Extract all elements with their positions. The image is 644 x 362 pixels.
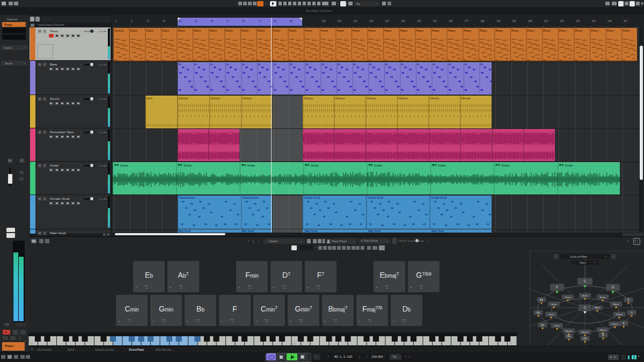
svg-text:Piano: Piano [559, 29, 567, 32]
svg-text:Piano: Piano [432, 29, 440, 32]
svg-text:F♯min: F♯min [616, 313, 623, 316]
svg-text:Guitar: Guitar [247, 164, 255, 167]
svg-text:C4: C4 [292, 343, 295, 345]
svg-text:Chorus: Chorus [461, 97, 471, 100]
svg-text:Ba: Ba [449, 63, 451, 66]
svg-text:C: C [584, 306, 587, 309]
svg-text:Ba: Ba [480, 63, 483, 66]
svg-text:Guitar: Guitar [438, 164, 446, 167]
svg-text:Guitar: Guitar [565, 164, 573, 167]
svg-text:Fmin: Fmin [554, 324, 560, 327]
svg-text:Piano: Piano [241, 29, 249, 32]
svg-text:Piano: Piano [591, 29, 598, 32]
svg-text:Intro: Intro [147, 97, 152, 100]
svg-text:Bdim: Bdim [595, 306, 600, 309]
svg-text:G: G [611, 285, 614, 289]
svg-text:Piano: Piano [321, 29, 328, 32]
svg-text:D: D [627, 299, 630, 301]
svg-text:Ba: Ba [274, 63, 276, 66]
svg-text:Ba: Ba [369, 63, 372, 66]
svg-text:G♯min: G♯min [599, 329, 606, 331]
svg-text:Piano: Piano [225, 29, 233, 32]
svg-text:Ba: Ba [179, 63, 181, 66]
svg-text:Piano: Piano [194, 29, 201, 32]
svg-text:Dmin: Dmin [565, 296, 571, 299]
svg-text:Ba: Ba [194, 63, 197, 66]
svg-text:Ba: Ba [321, 63, 324, 66]
svg-text:C0: C0 [31, 343, 33, 345]
svg-text:Ba: Ba [353, 63, 356, 66]
svg-text:Piano: Piano [130, 29, 138, 32]
svg-text:Piano: Piano [511, 29, 519, 32]
svg-text:Eb: Eb [537, 312, 540, 314]
svg-text:Ba: Ba [465, 63, 467, 66]
svg-text:Chorus: Chorus [210, 97, 220, 100]
svg-text:Piano: Piano [305, 29, 312, 32]
svg-text:Ba: Ba [417, 63, 420, 66]
svg-text:Ba: Ba [401, 63, 404, 66]
svg-text:Piano: Piano [607, 29, 614, 32]
svg-text:Ba: Ba [290, 63, 292, 66]
svg-text:Guitar: Guitar [311, 164, 319, 167]
svg-text:Ba: Ba [258, 63, 261, 66]
svg-text:Chorus: Chorus [179, 97, 188, 100]
svg-text:Piano: Piano [273, 29, 281, 32]
svg-text:Gmin: Gmin [551, 303, 557, 306]
svg-text:Piano: Piano [257, 29, 265, 32]
svg-text:Piano: Piano [384, 29, 392, 32]
svg-text:Femal Vocal: Femal Vocal [368, 196, 383, 199]
svg-text:C7: C7 [509, 343, 512, 345]
svg-text:B: B [602, 334, 604, 337]
svg-text:Guitar: Guitar [184, 164, 192, 167]
svg-text:Piano: Piano [400, 29, 408, 32]
svg-text:Piano: Piano [448, 29, 456, 32]
svg-text:Chorus: Chorus [398, 97, 408, 100]
svg-text:Piano: Piano [543, 29, 551, 32]
svg-text:C♯min: C♯min [612, 323, 619, 325]
svg-text:E: E [623, 322, 624, 325]
svg-text:Gb: Gb [583, 337, 587, 340]
svg-text:Ba: Ba [226, 63, 229, 66]
svg-text:Chords: Chords [114, 29, 124, 32]
svg-text:Piano: Piano [495, 29, 503, 32]
svg-text:Guitar: Guitar [375, 164, 383, 167]
svg-text:Chorus: Chorus [335, 97, 345, 100]
svg-text:Piano: Piano [528, 29, 535, 32]
svg-text:Piano: Piano [289, 29, 297, 32]
svg-text:Guitar: Guitar [120, 164, 128, 167]
svg-text:Piano: Piano [353, 29, 360, 32]
svg-text:Piano: Piano [480, 29, 487, 32]
svg-text:Piano: Piano [146, 29, 153, 32]
svg-text:Piano: Piano [336, 29, 344, 32]
svg-text:Amin: Amin [582, 294, 588, 297]
svg-text:Piano: Piano [178, 29, 185, 32]
svg-text:Ab: Ab [541, 324, 544, 327]
svg-text:Bbmin: Bbmin [566, 330, 573, 332]
svg-text:Ba: Ba [306, 63, 309, 66]
svg-text:Ba: Ba [433, 63, 435, 66]
svg-text:Ba: Ba [242, 63, 245, 66]
svg-text:Ba: Ba [338, 63, 340, 66]
svg-text:Piano: Piano [464, 29, 471, 32]
svg-text:Bb: Bb [540, 299, 543, 301]
svg-text:Piano: Piano [416, 29, 423, 32]
svg-text:Chorus: Chorus [242, 97, 252, 100]
svg-text:Db: Db [567, 335, 570, 338]
svg-text:Chorus: Chorus [304, 97, 313, 100]
svg-text:Piano: Piano [369, 29, 376, 32]
svg-text:Piano: Piano [575, 29, 582, 32]
svg-text:Ba: Ba [210, 63, 213, 66]
svg-text:Ebmin: Ebmin [582, 331, 589, 334]
svg-text:Chorus: Chorus [367, 97, 376, 100]
svg-text:Guitar: Guitar [501, 164, 509, 167]
svg-text:Femal Vocal: Femal Vocal [179, 196, 195, 199]
svg-text:Piano: Piano [210, 29, 217, 32]
svg-text:Cmin: Cmin [548, 313, 554, 316]
svg-text:Piano: Piano [162, 29, 170, 32]
svg-text:Femal Vocal: Femal Vocal [243, 196, 258, 199]
svg-text:C: C [584, 279, 587, 283]
svg-text:Emin: Emin [600, 296, 606, 299]
svg-text:Ba: Ba [385, 63, 388, 66]
svg-text:Chorus: Chorus [430, 97, 440, 100]
svg-text:Bmin: Bmin [613, 303, 619, 306]
